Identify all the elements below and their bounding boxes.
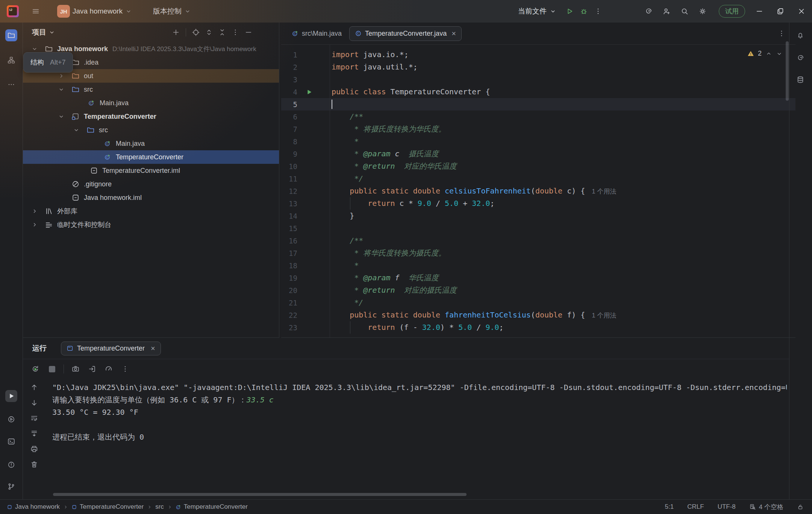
run-button[interactable] — [562, 4, 577, 18]
code-editor[interactable]: 1import java.io.*;2import java.util.*;34… — [281, 45, 795, 337]
tree-item[interactable]: src — [23, 83, 279, 96]
code-line: 13 return c * 9.0 / 5.0 + 32.0; — [281, 197, 795, 210]
debug-button[interactable] — [577, 4, 591, 18]
softwrap-button[interactable] — [30, 414, 39, 423]
tree-item[interactable]: TemperatureConverter — [23, 110, 279, 123]
add-icon — [172, 28, 180, 36]
run-tab[interactable]: TemperatureConverter × — [61, 342, 161, 355]
ai-icon — [796, 54, 804, 62]
scrollend-button[interactable] — [30, 429, 39, 438]
ai-assistant-button[interactable] — [641, 4, 656, 18]
main-menu-button[interactable] — [29, 4, 43, 18]
breadcrumb-item[interactable]: CTemperatureConverter — [176, 503, 248, 511]
tool-stripe-notifications[interactable] — [794, 29, 806, 41]
tree-item[interactable]: 临时文件和控制台 — [23, 218, 279, 231]
ai-icon — [644, 7, 653, 15]
tool-stripe-project[interactable] — [5, 29, 17, 41]
console-line: 请输入要转换的温度与单位（例如 36.6 C 或 97 F）：33.5 c — [52, 394, 787, 406]
class-run-icon: C — [104, 154, 111, 160]
add-button[interactable] — [171, 27, 181, 37]
project-widget[interactable]: JH Java homework — [53, 2, 136, 21]
kebab-button[interactable] — [120, 364, 130, 374]
run-configuration-selector[interactable]: 当前文件 — [518, 6, 556, 16]
gutter[interactable] — [297, 89, 330, 95]
project-panel-title[interactable]: 项目 — [32, 27, 55, 37]
chevron-right-icon — [63, 504, 68, 510]
rerun-button[interactable] — [30, 364, 40, 374]
lock-widget[interactable] — [797, 503, 804, 510]
close-icon[interactable]: × — [151, 345, 155, 352]
editor-tab[interactable]: Csrc\Main.java — [286, 27, 347, 41]
hide-button[interactable] — [244, 27, 253, 37]
camera-button[interactable] — [71, 364, 80, 374]
import-button[interactable] — [87, 364, 97, 374]
iml-icon — [90, 166, 98, 175]
tool-stripe-ai-assistant[interactable] — [794, 52, 806, 64]
tree-item[interactable]: 外部库 — [23, 204, 279, 218]
usage-inlay-hint[interactable]: 1 个用法 — [592, 312, 616, 319]
tool-stripe-more-tools[interactable] — [5, 79, 17, 91]
win-min-icon — [755, 7, 764, 15]
settings-button[interactable] — [695, 4, 710, 18]
next-warning-button[interactable] — [776, 50, 783, 57]
editor-tab[interactable]: CTemperatureConverter.java× — [349, 26, 462, 41]
gauge-button[interactable] — [104, 364, 114, 374]
print-button[interactable] — [30, 444, 39, 454]
search-everywhere-button[interactable] — [677, 4, 692, 18]
close-button[interactable] — [791, 3, 812, 20]
tool-stripe-problems[interactable] — [5, 459, 17, 471]
tool-stripe-run[interactable] — [5, 390, 17, 402]
tree-item[interactable]: Java homework.iml — [23, 191, 279, 204]
restore-button[interactable] — [770, 3, 791, 20]
run-toolbar — [23, 359, 789, 379]
tool-stripe-structure[interactable] — [5, 54, 17, 66]
editor-scrollbar[interactable] — [786, 41, 789, 101]
tool-stripe-services[interactable] — [5, 413, 17, 425]
breadcrumb-item[interactable]: Java homework — [7, 503, 60, 511]
kebab-icon — [777, 29, 786, 38]
indent-widget[interactable]: 4 个空格 — [749, 503, 783, 511]
prev-warning-button[interactable] — [765, 50, 772, 57]
services-icon — [7, 415, 15, 423]
usage-inlay-hint[interactable]: 1 个用法 — [592, 188, 616, 195]
locate-button[interactable] — [191, 27, 201, 37]
tool-stripe-database[interactable] — [794, 74, 806, 86]
code-line: 3 — [281, 73, 795, 86]
code-line: 19 * @param f 华氏温度 — [281, 272, 795, 284]
folder-icon — [45, 45, 53, 53]
breadcrumb-item[interactable]: src — [155, 503, 164, 511]
tree-item[interactable]: TemperatureConverter.iml — [23, 164, 279, 177]
rerun-icon — [31, 365, 39, 373]
vcs-widget[interactable]: 版本控制 — [149, 3, 195, 19]
tree-item[interactable]: .gitignore — [23, 177, 279, 191]
close-icon[interactable]: × — [451, 30, 456, 37]
tab-options-button[interactable] — [777, 29, 786, 38]
caret-position-widget[interactable]: 5:1 — [665, 503, 674, 511]
tree-item[interactable]: CTemperatureConverter — [23, 150, 279, 164]
more-run-actions-button[interactable] — [591, 4, 605, 18]
code-with-me-button[interactable] — [659, 4, 674, 18]
tool-stripe-version-control[interactable] — [5, 481, 17, 493]
more-button[interactable] — [230, 27, 240, 37]
inspections-widget[interactable]: 2 — [747, 50, 783, 57]
console-output[interactable]: "D:\Java JDK25\bin\java.exe" "-javaagent… — [52, 381, 787, 491]
breadcrumb-item[interactable]: TemperatureConverter — [71, 503, 144, 511]
console-hscrollbar[interactable] — [53, 493, 467, 496]
encoding-widget[interactable]: UTF-8 — [718, 503, 736, 511]
chevron-down-icon — [73, 127, 80, 133]
arrow-down-button[interactable] — [30, 398, 39, 407]
arrow-up-button[interactable] — [30, 383, 39, 392]
collapse-all-button[interactable] — [217, 27, 227, 37]
trial-badge[interactable]: 试用 — [719, 5, 745, 18]
trash-button[interactable] — [30, 460, 39, 469]
editor-area[interactable]: Csrc\Main.javaCTemperatureConverter.java… — [281, 23, 795, 338]
tree-item[interactable]: CMain.java — [23, 137, 279, 150]
line-ending-widget[interactable]: CRLF — [687, 503, 704, 511]
title-bar: IJ JH Java homework 版本控制 当前文件 试用 — [0, 0, 812, 23]
minimize-button[interactable] — [749, 3, 770, 20]
tree-item[interactable]: CMain.java — [23, 96, 279, 110]
expand-all-button[interactable] — [204, 27, 214, 37]
tool-stripe-terminal[interactable] — [5, 435, 17, 447]
tree-item[interactable]: src — [23, 123, 279, 137]
win-restore-icon — [776, 7, 785, 15]
